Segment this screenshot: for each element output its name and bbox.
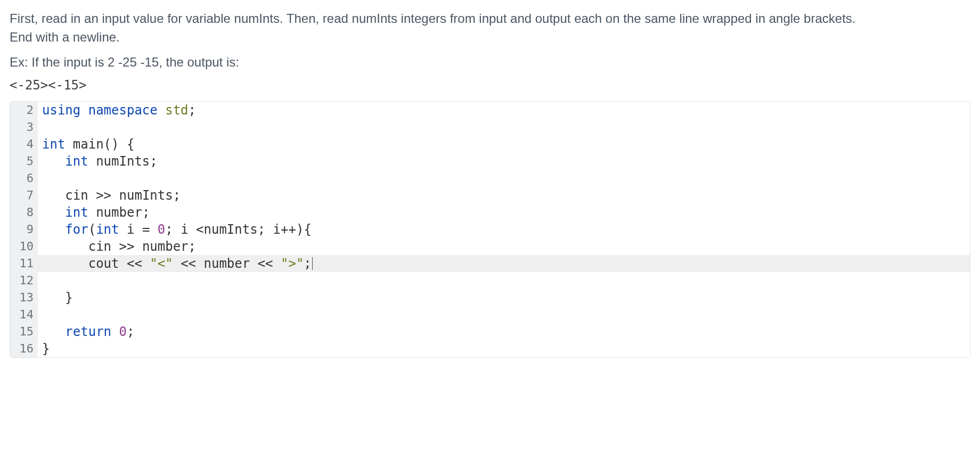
code-token: main (73, 137, 104, 152)
code-token: cin (65, 188, 88, 203)
code-content[interactable]: int number; (38, 204, 970, 221)
line-number: 10 (10, 238, 38, 255)
code-token (134, 222, 142, 237)
code-content[interactable]: return 0; (38, 323, 970, 340)
code-token (42, 222, 65, 237)
code-token (88, 205, 96, 220)
code-line[interactable]: 5 int numInts; (10, 153, 970, 170)
code-content[interactable]: int numInts; (38, 153, 970, 170)
code-token: >> (119, 239, 135, 254)
code-line[interactable]: 10 cin >> number; (10, 238, 970, 255)
line-number: 3 (10, 119, 38, 136)
code-token: ">" (281, 256, 304, 271)
code-line[interactable]: 6 (10, 170, 970, 187)
example-label: Ex: If the input is 2 -25 -15, the outpu… (10, 53, 862, 72)
code-token: i (273, 222, 281, 237)
code-content[interactable]: using namespace std; (38, 102, 970, 119)
code-line[interactable]: 9 for(int i = 0; i <numInts; i++){ (10, 221, 970, 238)
code-token: int (65, 205, 88, 220)
code-token: >> (96, 188, 111, 203)
code-token: ; (173, 188, 181, 203)
code-token (196, 256, 203, 271)
code-content[interactable]: } (38, 340, 970, 357)
code-line[interactable]: 3 (10, 119, 970, 136)
code-token (173, 256, 181, 271)
line-number: 5 (10, 153, 38, 170)
code-line[interactable]: 7 cin >> numInts; (10, 187, 970, 204)
problem-paragraph-1: First, read in an input value for variab… (10, 10, 862, 47)
code-token: } (42, 341, 50, 356)
code-line[interactable]: 12 (10, 272, 970, 289)
code-token: 0 (119, 324, 127, 339)
code-token (273, 256, 281, 271)
code-content[interactable] (38, 170, 970, 187)
code-token: numInts (119, 188, 173, 203)
code-token: i (127, 222, 134, 237)
code-token (134, 239, 142, 254)
code-token: < (196, 222, 203, 237)
code-token (142, 256, 150, 271)
page: First, read in an input value for variab… (0, 0, 980, 367)
code-token (250, 256, 257, 271)
code-content[interactable]: int main() { (38, 136, 970, 153)
code-token (42, 205, 65, 220)
problem-statement: First, read in an input value for variab… (10, 10, 862, 71)
code-token: using (42, 103, 80, 118)
line-number: 12 (10, 272, 38, 289)
code-line[interactable]: 15 return 0; (10, 323, 970, 340)
code-token: ; (165, 222, 181, 237)
code-token (119, 256, 127, 271)
code-token (42, 290, 65, 305)
example-output: <-25><-15> (10, 78, 970, 93)
code-token: = (142, 222, 150, 237)
code-token: ) (296, 222, 304, 237)
code-token: "<" (150, 256, 173, 271)
code-token: ; (142, 205, 150, 220)
code-token: ; (304, 256, 311, 271)
code-token: ; (127, 324, 134, 339)
text-caret (312, 257, 313, 270)
code-content[interactable]: cin >> number; (38, 238, 970, 255)
code-line[interactable]: 2using namespace std; (10, 102, 970, 119)
code-token: << (258, 256, 273, 271)
code-line[interactable]: 4int main() { (10, 136, 970, 153)
code-token: ( (88, 222, 96, 237)
code-token: } (65, 290, 72, 305)
line-number: 16 (10, 340, 38, 357)
code-token: { (304, 222, 311, 237)
line-number: 9 (10, 221, 38, 238)
code-line[interactable]: 8 int number; (10, 204, 970, 221)
code-line[interactable]: 11 cout << "<" << number << ">"; (10, 255, 970, 272)
code-token (189, 222, 196, 237)
code-token (111, 188, 119, 203)
code-token (65, 137, 72, 152)
code-content[interactable] (38, 306, 970, 323)
code-token: ; (189, 103, 196, 118)
code-token: int (42, 137, 65, 152)
code-token: return (65, 324, 111, 339)
code-token: for (65, 222, 88, 237)
code-token: number (142, 239, 189, 254)
code-token (88, 154, 96, 169)
code-token: ; (258, 222, 273, 237)
code-line[interactable]: 14 (10, 306, 970, 323)
code-content[interactable]: cin >> numInts; (38, 187, 970, 204)
code-token (88, 188, 96, 203)
code-content[interactable]: } (38, 289, 970, 306)
code-editor[interactable]: 2using namespace std;34int main() {5 int… (10, 101, 970, 358)
code-token: std (165, 103, 188, 118)
code-content[interactable] (38, 119, 970, 136)
code-content[interactable] (38, 272, 970, 289)
code-token: { (127, 137, 134, 152)
code-token: ++ (281, 222, 296, 237)
code-token (42, 324, 65, 339)
code-content[interactable]: cout << "<" << number << ">"; (38, 255, 970, 272)
code-token (119, 222, 127, 237)
code-content[interactable]: for(int i = 0; i <numInts; i++){ (38, 221, 970, 238)
code-token: int (65, 154, 88, 169)
code-token: () (104, 137, 119, 152)
code-token (80, 103, 88, 118)
code-token (42, 239, 88, 254)
code-line[interactable]: 16} (10, 340, 970, 357)
code-line[interactable]: 13 } (10, 289, 970, 306)
